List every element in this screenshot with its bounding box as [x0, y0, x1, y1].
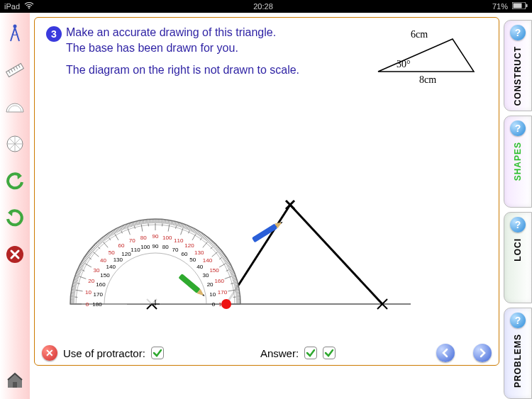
svg-point-4 [13, 25, 17, 28]
svg-text:50: 50 [109, 249, 115, 256]
wifi-icon [24, 2, 34, 11]
tab-problems-label: PROBLEMS [513, 334, 523, 388]
svg-rect-3 [526, 4, 528, 7]
help-icon[interactable]: ? [510, 120, 526, 136]
svg-text:100: 100 [140, 244, 150, 250]
svg-text:120: 120 [121, 251, 131, 257]
tab-construct[interactable]: ? CONSTRUCT [504, 20, 532, 111]
svg-text:170: 170 [218, 289, 228, 296]
svg-text:60: 60 [182, 251, 188, 257]
tab-problems[interactable]: ? PROBLEMS [504, 308, 532, 399]
svg-text:160: 160 [215, 278, 225, 284]
tab-shapes[interactable]: ? SHAPES [504, 116, 532, 207]
help-icon[interactable]: ? [510, 313, 526, 328]
status-bar: iPad 20:28 71% [0, 0, 532, 13]
svg-text:100: 100 [162, 235, 172, 241]
prev-button[interactable] [436, 344, 455, 362]
svg-rect-249 [252, 223, 277, 242]
tab-loci-label: LOCI [513, 238, 523, 262]
right-tabs: ? CONSTRUCT ? SHAPES ? LOCI ? PROBLEMS [504, 13, 532, 399]
protractor-tool-icon[interactable] [3, 95, 27, 119]
svg-text:40: 40 [196, 264, 203, 270]
protractor-use-label: Use of protractor: [63, 347, 145, 359]
svg-text:120: 120 [184, 242, 194, 249]
svg-text:20: 20 [88, 278, 94, 284]
svg-text:130: 130 [113, 257, 123, 263]
compass-tool-icon[interactable] [3, 21, 27, 45]
svg-text:70: 70 [129, 237, 135, 244]
left-toolbar [0, 13, 30, 399]
help-icon[interactable]: ? [510, 25, 526, 40]
svg-text:70: 70 [172, 247, 179, 253]
svg-text:150: 150 [209, 267, 219, 274]
eraser-tool-icon[interactable] [3, 132, 27, 156]
ref-angle-label: 30° [397, 59, 411, 69]
svg-text:0: 0 [86, 301, 89, 308]
svg-text:110: 110 [174, 237, 184, 244]
svg-text:20: 20 [207, 281, 214, 288]
drawing-area[interactable]: 0102030405060708090100110120130140150160… [56, 162, 453, 325]
answer-check-2[interactable] [323, 347, 336, 359]
answer-label: Answer: [260, 347, 299, 359]
svg-text:10: 10 [85, 289, 92, 296]
battery-label: 71% [492, 2, 508, 11]
home-icon[interactable] [3, 368, 27, 392]
help-icon[interactable]: ? [510, 217, 526, 232]
next-button[interactable] [473, 344, 492, 362]
tab-construct-label: CONSTRUCT [513, 46, 523, 106]
svg-text:30: 30 [93, 267, 99, 274]
worksheet-canvas[interactable]: 3 Make an accurate drawing of this trian… [34, 17, 499, 366]
question-number-badge: 3 [46, 26, 62, 42]
svg-point-0 [28, 8, 30, 9]
battery-icon [512, 2, 528, 11]
bottom-bar: ✕ Use of protractor: Answer: [35, 341, 499, 365]
svg-rect-2 [514, 4, 522, 9]
time-label: 20:28 [253, 2, 273, 11]
svg-text:60: 60 [118, 242, 125, 249]
svg-text:160: 160 [96, 281, 106, 288]
question-line2: The base has been drawn for you. [66, 40, 378, 56]
protractor-pivot[interactable] [221, 299, 231, 309]
reference-triangle: 6cm 30° 8cm [371, 28, 484, 84]
svg-text:80: 80 [140, 235, 147, 241]
svg-text:90: 90 [153, 243, 159, 249]
svg-text:50: 50 [189, 257, 196, 263]
svg-text:150: 150 [100, 272, 110, 279]
answer-check-1[interactable] [304, 347, 317, 359]
ruler-tool-icon[interactable] [3, 58, 27, 82]
question-line3: The diagram on the right is not drawn to… [66, 62, 378, 78]
svg-text:180: 180 [92, 301, 102, 308]
constructed-side-right [290, 205, 382, 304]
svg-text:80: 80 [162, 244, 169, 250]
question-line1: Make an accurate drawing of this triangl… [66, 25, 378, 40]
device-label: iPad [4, 2, 20, 11]
clear-icon[interactable] [3, 242, 27, 266]
ref-base-label: 8cm [419, 74, 436, 84]
svg-text:40: 40 [100, 257, 106, 264]
svg-text:140: 140 [203, 257, 213, 264]
svg-text:10: 10 [209, 291, 216, 298]
protractor-instrument[interactable]: 0102030405060708090100110120130140150160… [70, 219, 240, 308]
svg-text:130: 130 [194, 249, 204, 256]
question-text: Make an accurate drawing of this triangl… [66, 25, 378, 78]
tab-loci[interactable]: ? LOCI [504, 212, 532, 303]
undo-icon[interactable] [3, 169, 27, 193]
svg-text:0: 0 [212, 301, 216, 308]
svg-text:30: 30 [203, 272, 209, 279]
svg-text:110: 110 [131, 247, 140, 253]
svg-text:170: 170 [94, 291, 104, 298]
apex-point [286, 201, 294, 209]
protractor-check-1[interactable] [151, 347, 164, 359]
ref-side1-label: 6cm [411, 29, 428, 40]
svg-text:140: 140 [106, 264, 116, 270]
svg-text:90: 90 [153, 233, 159, 240]
close-button[interactable]: ✕ [42, 345, 57, 361]
svg-rect-17 [13, 382, 17, 388]
tab-shapes-label: SHAPES [513, 142, 523, 181]
redo-icon[interactable] [3, 206, 27, 230]
